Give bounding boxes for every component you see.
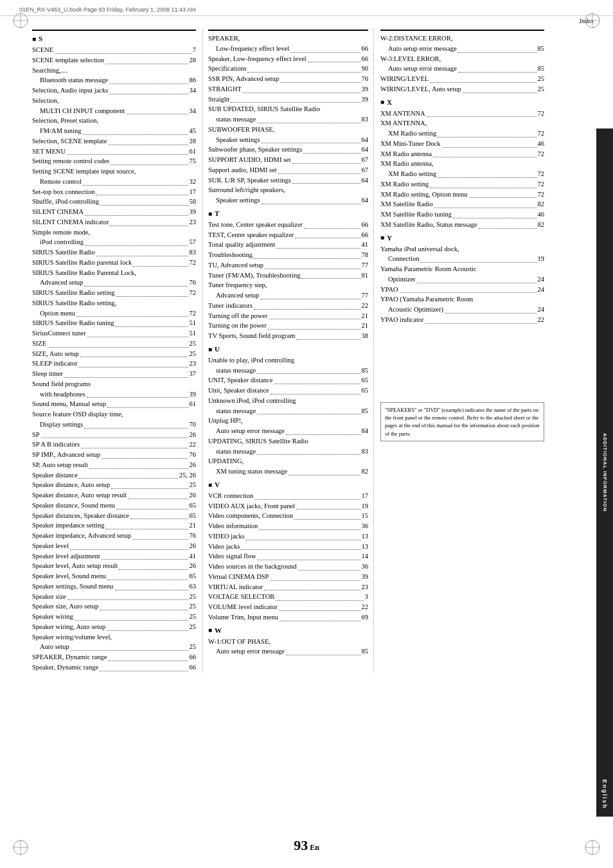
list-item: XM tuning status message82 [208, 466, 368, 477]
list-item: Advanced setup77 [208, 290, 368, 301]
list-item: SIRIUS Satellite Radio setting72 [32, 288, 196, 298]
list-item: SCENE template selection28 [32, 55, 196, 66]
list-item: SUR. L/R SP, Speaker settings64 [208, 175, 368, 186]
list-item: SIZE, Auto setup25 [32, 349, 196, 359]
list-item: XM Satellite Radio82 [380, 199, 544, 209]
list-item: TV Sports, Sound field program38 [208, 331, 368, 341]
note-box-text: "SPEAKERS" or "DVD" (example) indicates … [385, 407, 539, 437]
list-item: Troubleshooting78 [208, 250, 368, 260]
list-item: Acoustic Optimizer)24 [380, 305, 544, 315]
english-tab: English [596, 772, 613, 817]
list-item: SILENT CINEMA39 [32, 207, 196, 217]
list-item: Yamaha Parametric Room Acoustic [380, 264, 544, 274]
page-number-area: 93 En [294, 837, 319, 854]
list-item: XM ANTENNA72 [380, 109, 544, 119]
list-item: Virtual CINEMA DSP39 [208, 572, 368, 582]
list-item: Sleep timer37 [32, 369, 196, 379]
page-header-row: Index [0, 16, 613, 26]
corner-mark-bl [12, 838, 30, 856]
list-item: Selection, Preset station, [32, 116, 196, 126]
list-item: Subwoofer phase, Speaker settings64 [208, 145, 368, 155]
list-item: SIZE25 [32, 339, 196, 349]
list-item: Tonal quality adjustment41 [208, 240, 368, 250]
list-item: SET MENU61 [32, 146, 196, 157]
list-item: FM/AM tuning45 [32, 126, 196, 136]
page-suffix: En [310, 843, 319, 853]
list-item: Speaker, Dynamic range66 [32, 662, 196, 673]
list-item: Unplug HP!, [208, 416, 368, 426]
list-item: VIDEO AUX jacks, Front panel19 [208, 501, 368, 511]
list-item: iPod controlling57 [32, 237, 196, 247]
list-item: UPDATING, [208, 456, 368, 466]
list-item: Searching,.... [32, 66, 196, 76]
page-number: 93 [294, 837, 308, 854]
list-item: Tuner indicators22 [208, 301, 368, 311]
list-item: XM ANTENNA, [380, 118, 544, 128]
page-container: 01EN_RX-V463_U.book Page 93 Friday, Febr… [0, 0, 613, 868]
list-item: WIRING/LEVEL25 [380, 74, 544, 84]
note-box: "SPEAKERS" or "DVD" (example) indicates … [380, 402, 544, 441]
list-item: SP, Auto setup result26 [32, 460, 196, 470]
list-item: Source feature OSD display time, [32, 409, 196, 420]
list-item: Surround left/right speakers, [208, 185, 368, 195]
header: 01EN_RX-V463_U.book Page 93 Friday, Febr… [0, 0, 613, 16]
list-item: SIRIUS Satellite Radio83 [32, 247, 196, 258]
list-item: Selection, SCENE template28 [32, 136, 196, 146]
list-item: XM Radio antenna72 [380, 149, 544, 159]
list-item: XM Satellite Radio tuning46 [380, 209, 544, 220]
list-item: Video signal flow14 [208, 551, 368, 562]
list-item: Speaker impedance setting21 [32, 520, 196, 531]
list-item: W-2:DISTANCE ERROR, [380, 33, 544, 44]
section-u-header: U [208, 344, 368, 355]
list-item: W-3:LEVEL ERROR, [380, 54, 544, 64]
list-item: Optimizer24 [380, 274, 544, 285]
list-item: Speaker size, Auto setup25 [32, 601, 196, 612]
col-mid: SPEAKER, Low-frequency effect level66 Sp… [203, 28, 373, 673]
list-item: YPAO indicator22 [380, 315, 544, 325]
list-item: YPAO24 [380, 285, 544, 295]
list-item: XM Mini-Tuner Dock46 [380, 139, 544, 149]
list-item: VCR connection17 [208, 491, 368, 501]
header-meta: 01EN_RX-V463_U.book Page 93 Friday, Febr… [19, 6, 196, 13]
list-item: SIRIUS Satellite Radio setting, [32, 298, 196, 308]
list-item: Speaker, Low-frequency effect level66 [208, 54, 368, 64]
section-w-header: W [208, 625, 368, 636]
list-item: Specifications90 [208, 64, 368, 74]
list-item: Yamaha iPod universal dock, [380, 244, 544, 254]
list-item: Advanced setup76 [32, 278, 196, 288]
list-item: Speaker impedance, Advanced setup76 [32, 531, 196, 541]
list-item: Speaker distance, Sound menu65 [32, 500, 196, 511]
list-item: WIRING/LEVEL, Auto setup25 [380, 84, 544, 94]
list-item: UPDATING, SIRIUS Satellite Radio [208, 436, 368, 447]
list-item: Speaker wiring, Auto setup25 [32, 622, 196, 632]
list-item: Unit, Speaker distance65 [208, 385, 368, 396]
list-item: VIRTUAL indicator23 [208, 582, 368, 592]
list-item: Sound menu, Manual setup61 [32, 399, 196, 409]
list-item: XM Radio setting, Option menu72 [380, 190, 544, 200]
list-item: SP IMP., Advanced setup76 [32, 450, 196, 460]
list-item: SIRIUS Satellite Radio parental lock72 [32, 258, 196, 268]
list-item: Speaker distances, Speaker distance65 [32, 511, 196, 521]
list-item: TEST, Center speaker equalizer66 [208, 230, 368, 240]
list-item: SCENE7 [32, 45, 196, 55]
list-item: Speaker level26 [32, 541, 196, 551]
list-item: SSR PIN, Advanced setup76 [208, 74, 368, 84]
list-item: Connection19 [380, 254, 544, 264]
list-item: Speaker distance, Auto setup25 [32, 480, 196, 490]
list-item: Video sources in the background36 [208, 562, 368, 572]
list-item: Straight39 [208, 94, 368, 105]
list-item: Speaker wiring/volume level, [32, 632, 196, 642]
list-item: XM Radio setting72 [380, 179, 544, 190]
list-item: SUB UPDATED, SIRIUS Satellite Radio [208, 104, 368, 114]
section-x-header: X [380, 97, 544, 108]
list-item: Volume Trim, Input menu69 [208, 612, 368, 623]
list-item: Support audio, HDMI set67 [208, 165, 368, 175]
list-item: Auto setup error message84 [208, 426, 368, 436]
list-item: W-1:OUT OF PHASE, [208, 637, 368, 647]
list-item: Speaker level, Auto setup result26 [32, 561, 196, 571]
additional-info-tab: ADDITIONAL INFORMATION [596, 128, 613, 817]
list-item: Low-frequency effect level66 [208, 44, 368, 54]
list-item: Speaker wiring25 [32, 612, 196, 622]
list-item: SILENT CINEMA indicator23 [32, 217, 196, 227]
list-item: VOLUME level indicator22 [208, 602, 368, 612]
